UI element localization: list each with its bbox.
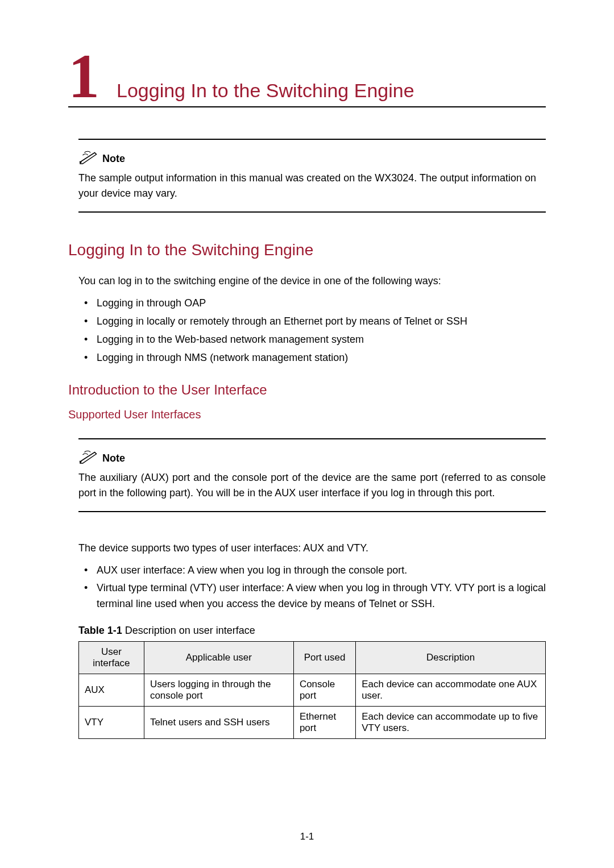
- td: Ethernet port: [293, 707, 355, 739]
- chapter-number: 1: [68, 51, 99, 101]
- section-heading-intro-ui: Introduction to the User Interface: [68, 382, 546, 398]
- td: AUX: [79, 674, 144, 707]
- subheading-supported-ui: Supported User Interfaces: [68, 408, 546, 421]
- td: Users logging in through the console por…: [144, 674, 293, 707]
- chapter-header: 1 Logging In to the Switching Engine: [68, 51, 546, 107]
- note-icon: [78, 448, 99, 464]
- login-methods-list: Logging in through OAP Logging in locall…: [78, 296, 546, 366]
- note-header: Note: [78, 149, 546, 165]
- user-interface-table: User interface Applicable user Port used…: [78, 641, 546, 739]
- th-port-used: Port used: [293, 642, 355, 674]
- table-caption-label: Table 1-1: [78, 625, 122, 636]
- table-row: AUX Users logging in through the console…: [79, 674, 546, 707]
- list-item: Logging in to the Web-based network mana…: [78, 332, 546, 348]
- table-caption-text: Description on user interface: [125, 625, 255, 636]
- th-description: Description: [356, 642, 546, 674]
- td: Each device can accommodate one AUX user…: [356, 674, 546, 707]
- note-block-1: Note The sample output information in th…: [78, 139, 546, 213]
- note-text-2: The auxiliary (AUX) port and the console…: [78, 470, 546, 501]
- ui-types-list: AUX user interface: A view when you log …: [78, 563, 546, 613]
- page: 1 Logging In to the Switching Engine Not…: [0, 0, 614, 868]
- chapter-line: 1 Logging In to the Switching Engine: [68, 51, 546, 102]
- table-caption: Table 1-1 Description on user interface: [78, 625, 546, 637]
- td: Telnet users and SSH users: [144, 707, 293, 739]
- chapter-title: Logging In to the Switching Engine: [117, 80, 414, 102]
- note-label: Note: [102, 153, 125, 165]
- list-item: Logging in through NMS (network manageme…: [78, 350, 546, 366]
- note-block-2: Note The auxiliary (AUX) port and the co…: [78, 438, 546, 512]
- list-item: Virtual type terminal (VTY) user interfa…: [78, 580, 546, 612]
- table-row: VTY Telnet users and SSH users Ethernet …: [79, 707, 546, 739]
- table-header-row: User interface Applicable user Port used…: [79, 642, 546, 674]
- list-item: Logging in locally or remotely through a…: [78, 314, 546, 330]
- note-label: Note: [102, 452, 125, 464]
- note-header: Note: [78, 448, 546, 464]
- section-intro: You can log in to the switching engine o…: [78, 273, 546, 289]
- td: VTY: [79, 707, 144, 739]
- td: Each device can accommodate up to five V…: [356, 707, 546, 739]
- list-item: Logging in through OAP: [78, 296, 546, 312]
- para-two-types: The device supports two types of user in…: [78, 541, 546, 556]
- td: Console port: [293, 674, 355, 707]
- note-text-1: The sample output information in this ma…: [78, 171, 546, 201]
- page-number: 1-1: [0, 831, 614, 842]
- th-user-interface: User interface: [79, 642, 144, 674]
- list-item: AUX user interface: A view when you log …: [78, 563, 546, 579]
- note-icon: [78, 149, 99, 165]
- th-applicable-user: Applicable user: [144, 642, 293, 674]
- section-heading-logging-in: Logging In to the Switching Engine: [68, 241, 546, 259]
